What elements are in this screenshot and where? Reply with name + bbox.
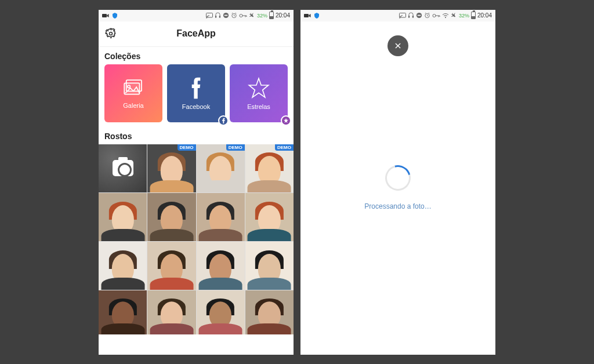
status-right: 32% 20:04 [206,12,290,19]
card-label: Facebook [182,103,210,110]
face-tile[interactable]: DEMO [197,144,245,192]
svg-rect-14 [408,16,410,18]
spinner-icon [381,161,415,195]
headphones-icon [215,12,221,19]
facebook-icon [189,77,203,100]
dnd-icon [416,12,422,19]
status-left [102,12,118,19]
wifi-icon [442,13,449,19]
demo-badge: DEMO [178,144,196,151]
clock-time: 20:04 [276,12,290,19]
card-label: Galeria [123,102,143,109]
cast-icon [206,13,213,19]
processing-text: Processando a foto… [364,202,431,210]
phone-screen-home: 32% 20:04 FaceApp Coleções Galeria [99,10,294,355]
face-tile[interactable] [99,242,147,290]
cast-icon [399,13,406,19]
svg-point-19 [433,14,436,17]
battery-icon [471,12,476,19]
dnd-icon [223,12,229,19]
facebook-mini-badge [218,115,229,126]
phone-screen-processing: 32% 20:04 Processando a foto… [300,10,495,355]
battery-icon [269,12,274,19]
camera-tile[interactable] [99,144,147,192]
headphones-icon [408,12,414,19]
status-bar: 32% 20:04 [300,10,495,21]
demo-badge: DEMO [275,144,294,151]
videocam-icon [102,13,109,19]
alarm-icon [424,12,430,19]
card-label: Estrelas [247,103,270,110]
faces-grid: DEMO DEMO DEMO [99,144,294,334]
status-bar: 32% 20:04 [99,10,294,21]
collection-facebook[interactable]: Facebook [167,64,225,122]
demo-badge: DEMO [226,144,245,151]
status-left [304,12,320,19]
svg-rect-12 [304,14,309,17]
battery-percent: 32% [257,13,267,19]
key-icon [432,13,440,18]
airplane-icon [451,12,457,19]
close-icon [394,42,402,50]
face-tile[interactable] [245,290,294,334]
face-tile[interactable] [197,290,245,334]
star-mini-badge [281,115,291,126]
videocam-icon [304,13,311,19]
svg-point-8 [110,32,113,35]
collection-estrelas[interactable]: Estrelas [230,64,288,122]
face-tile[interactable] [147,193,195,241]
section-title-faces: Rostos [99,127,294,144]
svg-rect-5 [224,15,228,16]
svg-point-20 [445,17,446,18]
close-button[interactable] [387,35,408,56]
face-tile[interactable] [99,290,147,334]
star-icon [247,77,270,100]
svg-point-7 [240,14,242,17]
face-tile[interactable] [245,242,294,290]
processing-area: Processando a foto… [300,21,495,355]
alarm-icon [231,12,237,19]
face-tile[interactable] [245,193,294,241]
app-header: FaceApp [99,21,294,47]
app-title: FaceApp [176,28,216,39]
face-tile[interactable] [147,242,195,290]
svg-rect-2 [215,16,216,18]
shield-icon [111,12,118,19]
face-tile[interactable]: DEMO [147,144,195,192]
face-tile[interactable] [99,193,147,241]
face-tile[interactable] [197,193,245,241]
face-tile[interactable]: DEMO [245,144,294,192]
section-title-collections: Coleções [99,47,294,64]
shield-icon [313,12,320,19]
face-tile[interactable] [147,290,195,334]
svg-rect-17 [418,15,421,16]
svg-rect-0 [102,14,107,17]
gallery-icon [121,78,146,99]
face-tile[interactable] [197,242,245,290]
gear-icon [105,28,117,39]
key-icon [239,13,247,18]
collection-galeria[interactable]: Galeria [104,64,162,122]
airplane-icon [249,12,255,19]
camera-icon [113,160,133,176]
svg-rect-3 [219,16,220,18]
clock-time: 20:04 [477,12,492,19]
status-right: 32% 20:04 [399,12,492,19]
collections-row: Galeria Facebook Estrelas [99,64,294,127]
svg-rect-15 [412,16,414,18]
battery-percent: 32% [459,13,469,19]
settings-button[interactable] [104,27,117,40]
